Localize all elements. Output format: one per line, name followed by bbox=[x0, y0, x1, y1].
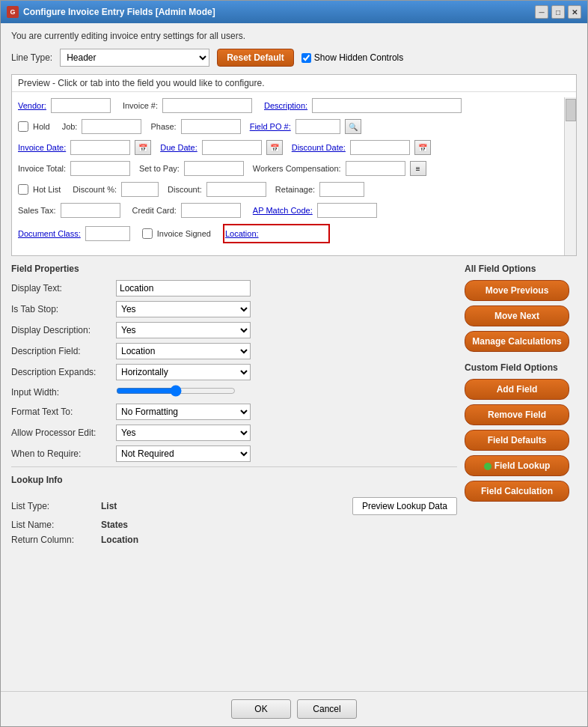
description-expands-label: Description Expands: bbox=[11, 367, 116, 377]
discount-date-input[interactable] bbox=[350, 140, 410, 155]
credit-card-input[interactable] bbox=[181, 203, 241, 218]
format-text-select[interactable]: No Formatting Uppercase Lowercase bbox=[116, 404, 251, 420]
preview-lookup-button[interactable]: Preview Lookup Data bbox=[352, 497, 457, 515]
cancel-button[interactable]: Cancel bbox=[297, 699, 357, 719]
preview-area[interactable]: Vendor: Invoice #: Description: Hold Job… bbox=[12, 92, 576, 255]
add-field-button[interactable]: Add Field bbox=[465, 379, 569, 400]
format-text-value: No Formatting Uppercase Lowercase bbox=[116, 404, 457, 420]
reset-default-button[interactable]: Reset Default bbox=[217, 49, 294, 67]
allow-processor-select[interactable]: Yes No bbox=[116, 425, 251, 441]
display-description-select[interactable]: Yes No bbox=[116, 322, 251, 338]
all-field-options-section: All Field Options Move Previous Move Nex… bbox=[465, 264, 577, 550]
window-title: Configure Invoice Entry Fields [Admin Mo… bbox=[23, 7, 215, 17]
move-previous-button[interactable]: Move Previous bbox=[465, 280, 569, 301]
job-input[interactable] bbox=[82, 119, 141, 134]
custom-field-options-section: Custom Field Options Add Field Remove Fi… bbox=[465, 362, 577, 502]
retainage-input[interactable] bbox=[319, 182, 364, 197]
preview-label: Preview - Click or tab into the field yo… bbox=[12, 75, 576, 92]
description-input[interactable] bbox=[312, 98, 462, 113]
description-label[interactable]: Description: bbox=[264, 101, 307, 110]
set-to-pay-input[interactable] bbox=[184, 161, 244, 176]
list-type-value: List bbox=[101, 501, 117, 511]
display-text-input[interactable] bbox=[116, 280, 251, 296]
preview-row-3: Invoice Date: 📅 Due Date: 📅 Discount Dat… bbox=[18, 140, 570, 155]
line-type-row: Line Type: Header Detail Footer Reset De… bbox=[11, 49, 577, 67]
ok-button[interactable]: OK bbox=[231, 699, 291, 719]
field-po-input[interactable] bbox=[295, 119, 340, 134]
when-to-require-row: When to Require: Not Required Always On … bbox=[11, 445, 457, 462]
app-icon: G bbox=[7, 6, 19, 18]
is-tab-stop-row: Is Tab Stop: Yes No bbox=[11, 301, 457, 317]
field-defaults-button[interactable]: Field Defaults bbox=[465, 430, 569, 451]
due-date-input[interactable] bbox=[202, 140, 262, 155]
invoice-date-label[interactable]: Invoice Date: bbox=[18, 143, 66, 152]
when-to-require-select[interactable]: Not Required Always On Save bbox=[116, 445, 251, 462]
workers-comp-input[interactable] bbox=[346, 161, 405, 176]
lookup-info-title: Lookup Info bbox=[11, 475, 63, 485]
scrollbar-thumb[interactable] bbox=[566, 99, 576, 121]
hot-list-checkbox[interactable] bbox=[18, 184, 28, 195]
show-hidden-label[interactable]: Show Hidden Controls bbox=[301, 52, 403, 63]
description-expands-select[interactable]: Horizontally Vertically bbox=[116, 364, 251, 380]
discount-date-label[interactable]: Discount Date: bbox=[292, 143, 346, 152]
location-label[interactable]: Location: bbox=[225, 229, 259, 238]
invoice-total-input[interactable] bbox=[70, 161, 130, 176]
custom-field-options-title: Custom Field Options bbox=[465, 362, 577, 373]
line-type-select[interactable]: Header Detail Footer bbox=[60, 49, 209, 67]
minimize-button[interactable]: ─ bbox=[535, 5, 548, 19]
location-input[interactable] bbox=[260, 226, 328, 241]
field-po-label[interactable]: Field PO #: bbox=[250, 122, 291, 131]
phase-input[interactable] bbox=[181, 119, 241, 134]
ap-match-code-input[interactable] bbox=[317, 203, 377, 218]
invoice-date-cal-btn[interactable]: 📅 bbox=[135, 140, 151, 155]
description-expands-value: Horizontally Vertically bbox=[116, 364, 457, 380]
hold-checkbox[interactable] bbox=[18, 121, 28, 132]
main-window: G Configure Invoice Entry Fields [Admin … bbox=[0, 0, 588, 727]
workers-comp-icon-btn[interactable]: ≡ bbox=[410, 161, 426, 176]
field-properties-title: Field Properties bbox=[11, 264, 457, 274]
allow-processor-row: Allow Processor Edit: Yes No bbox=[11, 425, 457, 441]
due-date-label[interactable]: Due Date: bbox=[160, 143, 197, 152]
field-calculation-button[interactable]: Field Calculation bbox=[465, 481, 569, 502]
discount-input[interactable] bbox=[206, 182, 266, 197]
document-class-input[interactable] bbox=[85, 226, 130, 241]
document-class-label[interactable]: Document Class: bbox=[18, 229, 81, 238]
field-po-icon-btn[interactable]: 🔍 bbox=[345, 119, 361, 134]
display-text-row: Display Text: bbox=[11, 280, 457, 296]
show-hidden-checkbox[interactable] bbox=[301, 53, 311, 63]
description-field-select[interactable]: Location bbox=[116, 343, 251, 359]
invoice-signed-checkbox[interactable] bbox=[142, 228, 153, 239]
vendor-input[interactable] bbox=[51, 98, 111, 113]
is-tab-stop-select[interactable]: Yes No bbox=[116, 301, 251, 317]
vendor-label[interactable]: Vendor: bbox=[18, 101, 46, 110]
invoice-signed-label: Invoice Signed bbox=[157, 229, 211, 238]
sales-tax-input[interactable] bbox=[61, 203, 120, 218]
return-column-row: Return Column: Location bbox=[11, 535, 457, 545]
line-type-label: Line Type: bbox=[11, 52, 52, 63]
list-name-row: List Name: States bbox=[11, 520, 457, 530]
bottom-buttons: OK Cancel bbox=[1, 691, 587, 726]
move-next-button[interactable]: Move Next bbox=[465, 305, 569, 326]
input-width-slider[interactable] bbox=[116, 385, 236, 397]
remove-field-button[interactable]: Remove Field bbox=[465, 404, 569, 425]
title-bar: G Configure Invoice Entry Fields [Admin … bbox=[1, 1, 587, 23]
close-button[interactable]: ✕ bbox=[568, 5, 581, 19]
field-lookup-button[interactable]: Field Lookup bbox=[465, 455, 569, 476]
due-date-cal-btn[interactable]: 📅 bbox=[266, 140, 283, 155]
discount-pct-input[interactable] bbox=[121, 182, 159, 197]
list-type-label: List Type: bbox=[11, 501, 101, 511]
manage-calculations-button[interactable]: Manage Calculations bbox=[465, 331, 569, 352]
discount-date-cal-btn[interactable]: 📅 bbox=[414, 140, 431, 155]
display-text-value bbox=[116, 280, 457, 296]
workers-comp-label: Workers Compensation: bbox=[253, 164, 341, 173]
credit-card-label: Credit Card: bbox=[132, 206, 177, 215]
lookup-info-section: Lookup Info List Type: List Preview Look… bbox=[11, 466, 457, 545]
return-column-value: Location bbox=[101, 535, 138, 545]
preview-scrollbar[interactable] bbox=[564, 97, 576, 255]
field-properties-section: Field Properties Display Text: Is Tab St… bbox=[11, 264, 457, 550]
ap-match-code-label[interactable]: AP Match Code: bbox=[253, 206, 313, 215]
hold-label: Hold bbox=[33, 122, 50, 131]
invoice-date-input[interactable] bbox=[70, 140, 130, 155]
invoice-num-input[interactable] bbox=[162, 98, 252, 113]
maximize-button[interactable]: □ bbox=[551, 5, 565, 19]
